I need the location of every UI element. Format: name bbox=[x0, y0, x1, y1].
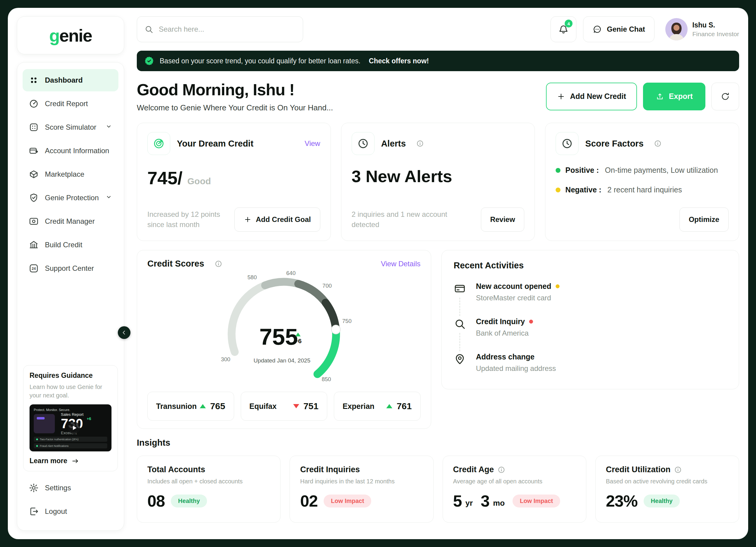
notifications-button[interactable]: 4 bbox=[551, 16, 576, 42]
toggle-dot bbox=[36, 439, 38, 440]
add-credit-goal-button[interactable]: Add Credit Goal bbox=[234, 207, 320, 231]
positive-dot bbox=[556, 168, 560, 173]
info-icon[interactable] bbox=[654, 140, 662, 147]
info-icon[interactable] bbox=[416, 140, 424, 147]
insight-title: Credit Utilization bbox=[606, 465, 729, 474]
credit-age-years: 5 bbox=[453, 492, 462, 510]
positive-label: Positive : bbox=[565, 166, 599, 174]
banner-message: Based on your score trend, you could qua… bbox=[160, 57, 360, 65]
sidebar-item-settings[interactable]: Settings bbox=[23, 477, 118, 499]
main-content: 4 Genie Chat Ishu S. Finance Investor bbox=[137, 16, 739, 531]
support-center-icon: 24 bbox=[29, 263, 39, 274]
insight-title: Credit Inquiries bbox=[300, 465, 423, 474]
gauge-tick-750: 750 bbox=[342, 318, 352, 324]
negative-dot bbox=[556, 187, 560, 192]
search-input[interactable] bbox=[158, 25, 296, 34]
refresh-icon bbox=[720, 92, 730, 101]
bureau-name: Transunion bbox=[156, 402, 197, 411]
add-new-credit-label: Add New Credit bbox=[570, 92, 626, 101]
sidebar-spacer bbox=[23, 281, 118, 362]
sidebar-item-logout[interactable]: Logout bbox=[23, 500, 118, 523]
offer-badge-icon bbox=[144, 56, 154, 66]
sidebar-item-marketplace[interactable]: Marketplace bbox=[23, 163, 118, 185]
gauge-tick-850: 850 bbox=[322, 376, 331, 382]
add-new-credit-button[interactable]: Add New Credit bbox=[546, 83, 637, 110]
info-icon[interactable] bbox=[215, 260, 222, 268]
info-icon[interactable] bbox=[674, 466, 682, 474]
bureau-transunion: Transunion 765 bbox=[147, 392, 234, 421]
sidebar-item-label: Build Credit bbox=[45, 240, 82, 249]
middle-row: Credit Scores View Details 300 bbox=[137, 250, 739, 429]
activity-text: Credit Inquiry Bank of America bbox=[476, 317, 533, 338]
optimize-button[interactable]: Optimize bbox=[679, 207, 729, 231]
insight-value: 08 bbox=[147, 492, 165, 510]
credit-card-icon bbox=[454, 283, 466, 295]
credit-scores-title: Credit Scores bbox=[147, 259, 204, 269]
score-factors-footer: Optimize bbox=[556, 207, 729, 231]
learn-more-link[interactable]: Learn more bbox=[30, 457, 111, 465]
banner-cta[interactable]: Check offers now! bbox=[369, 57, 429, 65]
gauge-segment-2 bbox=[265, 282, 296, 285]
dream-score-rating: Good bbox=[187, 176, 211, 186]
optimize-label: Optimize bbox=[689, 215, 719, 224]
activity-title: Address change bbox=[476, 353, 556, 361]
insight-title: Credit Age bbox=[453, 465, 576, 474]
dream-credit-title: Your Dream Credit bbox=[177, 139, 253, 149]
credit-manager-icon bbox=[29, 216, 39, 226]
page-subtitle: Welcome to Genie Where Your Credit is On… bbox=[137, 103, 333, 112]
insights-row: Total Accounts Includes all open + close… bbox=[137, 456, 739, 523]
alerts-title: Alerts bbox=[381, 139, 406, 149]
dream-credit-iconbox bbox=[147, 132, 170, 155]
alerts-headline: 3 New Alerts bbox=[352, 166, 525, 186]
sidebar-item-label: Settings bbox=[45, 484, 71, 492]
thumb-mini-panel bbox=[34, 414, 55, 433]
search-box bbox=[137, 16, 303, 42]
activity-item: New account opened StoreMaster credit ca… bbox=[454, 282, 727, 317]
sidebar-item-support-center[interactable]: 24 Support Center bbox=[23, 257, 118, 280]
trend-up-icon bbox=[386, 404, 392, 408]
gear-icon bbox=[29, 483, 39, 493]
sidebar-item-dashboard[interactable]: Dashboard bbox=[23, 69, 118, 91]
bureau-experian: Experian 761 bbox=[334, 392, 421, 421]
gauge-tick-640: 640 bbox=[286, 270, 296, 276]
greeting-row: Good Morning, Ishu ! Welcome to Genie Wh… bbox=[137, 80, 739, 112]
info-icon[interactable] bbox=[497, 466, 505, 474]
sidebar-item-build-credit[interactable]: Build Credit bbox=[23, 234, 118, 256]
score-factors-card: Score Factors Positive : On-time payment… bbox=[545, 123, 739, 241]
play-button[interactable] bbox=[68, 422, 80, 434]
sidebar-item-score-simulator[interactable]: Score Simulator bbox=[23, 116, 118, 138]
status-badge: Low Impact bbox=[513, 495, 560, 508]
review-button[interactable]: Review bbox=[481, 207, 525, 231]
plus-icon bbox=[557, 92, 565, 101]
avatar bbox=[665, 18, 688, 40]
genie-chat-button[interactable]: Genie Chat bbox=[583, 16, 654, 42]
sidebar-item-credit-manager[interactable]: Credit Manager bbox=[23, 210, 118, 232]
sidebar-item-account-information[interactable]: Account Information bbox=[23, 140, 118, 162]
bureau-name: Equifax bbox=[249, 402, 277, 411]
alerts-footer: 2 inquiries and 1 new account detected R… bbox=[352, 207, 525, 231]
logout-icon bbox=[29, 506, 39, 517]
dream-credit-card: Your Dream Credit View 745/ Good Increas… bbox=[137, 123, 331, 241]
sidebar-item-label: Credit Report bbox=[45, 99, 88, 108]
profile-menu[interactable]: Ishu S. Finance Investor bbox=[665, 18, 739, 40]
brand-logo: genie bbox=[49, 25, 92, 46]
plus-icon bbox=[244, 215, 252, 223]
refresh-button[interactable] bbox=[711, 83, 739, 110]
alerts-iconbox bbox=[352, 132, 375, 155]
activity-item: Address change Updated mailing address bbox=[454, 353, 727, 373]
dream-credit-footer: Increased by 12 points since last month … bbox=[147, 207, 320, 231]
greeting: Good Morning, Ishu ! Welcome to Genie Wh… bbox=[137, 80, 333, 112]
sidebar-item-credit-report[interactable]: Credit Report bbox=[23, 93, 118, 115]
dream-credit-header: Your Dream Credit View bbox=[147, 132, 320, 155]
sidebar-item-genie-protection[interactable]: Genie Protection bbox=[23, 187, 118, 209]
credit-inquiries-card: Credit Inquiries Hard inquiries in the l… bbox=[290, 456, 433, 523]
sidebar-collapse-button[interactable] bbox=[118, 326, 130, 339]
dream-credit-view-link[interactable]: View bbox=[305, 139, 320, 148]
guidance-card: Requires Guidance Learn how to use Genie… bbox=[23, 365, 118, 471]
positive-factor-row: Positive : On-time payments, Low utiliza… bbox=[556, 166, 729, 174]
export-button[interactable]: Export bbox=[643, 83, 705, 110]
gauge-segment-3 bbox=[298, 284, 325, 301]
view-details-link[interactable]: View Details bbox=[381, 259, 421, 268]
guidance-video-thumb[interactable]: Protect. Monitor. Secure. Sales Report 7… bbox=[30, 404, 111, 451]
chevron-left-icon bbox=[121, 329, 127, 336]
